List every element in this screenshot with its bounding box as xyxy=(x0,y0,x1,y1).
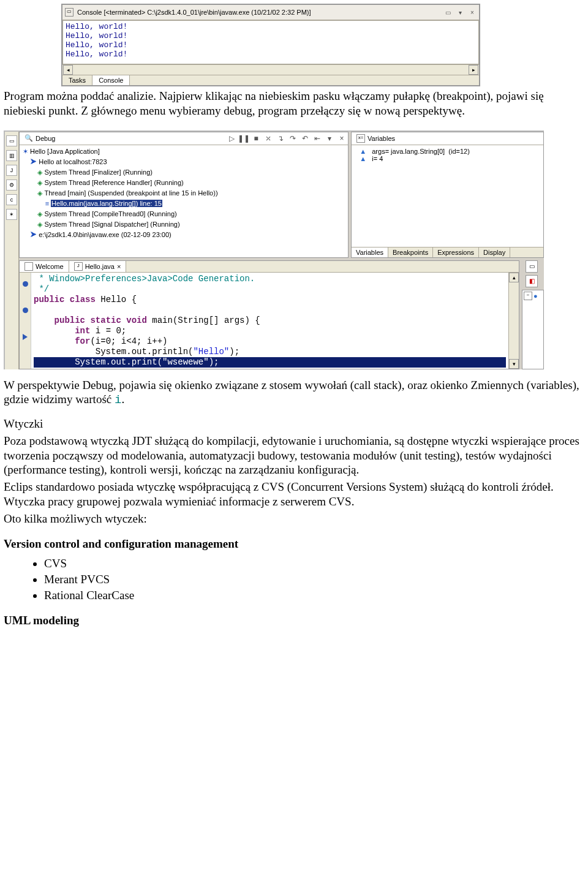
section-heading-vc: Version control and configuration manage… xyxy=(4,537,582,551)
outline-panel: ▭ ◧ −● xyxy=(522,260,544,369)
scroll-down-icon[interactable]: ▾ xyxy=(509,359,519,369)
code-area[interactable]: * Window>Preferences>Java>Code Generatio… xyxy=(31,273,508,369)
vertical-toolbar: ▭ ▥ J ⚙ c ✶ xyxy=(5,132,19,369)
editor-vscroll[interactable]: ▴ ▾ xyxy=(508,273,519,369)
tab-variables[interactable]: Variables xyxy=(352,247,388,257)
console-output: Hello, world! Hello, world! Hello, world… xyxy=(62,20,479,64)
variables-tabstrip: Variables Breakpoints Expressions Displa… xyxy=(352,247,543,257)
drop-frame-icon[interactable]: ⇤ xyxy=(312,134,322,143)
stack-node[interactable]: Thread [main] (Suspended (breakpoint at … xyxy=(21,188,347,198)
step-into-icon[interactable]: ↴ xyxy=(276,134,285,143)
tab-welcome[interactable]: Welcome xyxy=(20,261,69,272)
tab-tasks[interactable]: Tasks xyxy=(62,75,92,85)
variables-header: x=Variables xyxy=(352,132,543,145)
editor-tabstrip: Welcome JHello.java × xyxy=(20,261,519,273)
console-title: Console [<terminated> C:\j2sdk1.4.0_01\j… xyxy=(77,9,440,16)
debug-perspective: ▭ ▥ J ⚙ c ✶ Debug ▷ ❚❚ ■ ⤫ ↴ ↷ ↶ ⇤ ▾ xyxy=(4,130,544,369)
vars-icon: x= xyxy=(356,134,365,143)
cvs-icon[interactable]: c xyxy=(6,194,17,205)
paragraph: Eclips standardowo posiada wtyczkę współ… xyxy=(4,480,582,509)
java-icon[interactable]: J xyxy=(6,165,17,176)
stack-node[interactable]: System Thread [CompileThread0] (Running) xyxy=(21,209,347,219)
java-file-icon: J xyxy=(74,262,83,271)
variables-title: Variables xyxy=(368,135,395,142)
stack-node[interactable]: e:\j2sdk1.4.0\bin\javaw.exe (02-12-09 23… xyxy=(21,230,347,240)
step-return-icon[interactable]: ↶ xyxy=(300,134,310,143)
tab-console[interactable]: Console xyxy=(92,75,130,85)
scroll-up-icon[interactable]: ▴ xyxy=(509,273,519,282)
editor-gutter[interactable] xyxy=(20,273,31,369)
debug-icon[interactable]: ⚙ xyxy=(6,179,17,191)
console-titlebar: ▭ Console [<terminated> C:\j2sdk1.4.0_01… xyxy=(62,5,479,20)
variables-body[interactable]: ▲ args= java.lang.String[0] (id=12) ▲ i=… xyxy=(352,145,543,247)
stack-node[interactable]: System Thread [Reference Handler] (Runni… xyxy=(21,178,347,188)
stack-node[interactable]: Hello.main(java.lang.String[]) line: 15 xyxy=(21,198,347,209)
variable-row[interactable]: ▲ i= 4 xyxy=(354,155,541,162)
star-icon[interactable]: ✶ xyxy=(6,209,17,220)
debug-view: Debug ▷ ❚❚ ■ ⤫ ↴ ↷ ↶ ⇤ ▾ × Hello [Java A… xyxy=(19,132,349,258)
view-close-icon[interactable]: × xyxy=(337,134,347,143)
stack-node[interactable]: System Thread [Finalizer] (Running) xyxy=(21,167,347,178)
maximize-icon[interactable]: ▭ xyxy=(443,8,452,17)
resume-icon[interactable]: ▷ xyxy=(227,134,236,143)
variables-view: x=Variables ▲ args= java.lang.String[0] … xyxy=(351,132,544,258)
file-icon xyxy=(24,262,33,271)
tab-expressions[interactable]: Expressions xyxy=(433,247,479,257)
outline-icon[interactable]: ◧ xyxy=(526,275,538,287)
tab-hello-java[interactable]: JHello.java × xyxy=(69,261,127,272)
debug-call-stack[interactable]: Hello [Java Application] Hello at localh… xyxy=(20,145,348,257)
list-item: Rational ClearCase xyxy=(44,588,582,603)
pause-icon[interactable]: ❚❚ xyxy=(239,134,249,143)
console-line: Hello, world! xyxy=(66,40,476,50)
variable-row[interactable]: ▲ args= java.lang.String[0] (id=12) xyxy=(354,148,541,155)
breakpoint-marker[interactable] xyxy=(23,281,28,287)
code-var-i: i xyxy=(115,393,121,407)
stack-node[interactable]: System Thread [Signal Dispatcher] (Runni… xyxy=(21,219,347,230)
console-line: Hello, world! xyxy=(66,50,476,59)
perspective-icon[interactable]: ▭ xyxy=(6,135,17,146)
paragraph: Program można poddać analizie. Najpierw … xyxy=(4,89,582,118)
list-item: Merant PVCS xyxy=(44,572,582,587)
tab-breakpoints[interactable]: Breakpoints xyxy=(388,247,433,257)
tab-close-icon[interactable]: × xyxy=(117,263,121,270)
stack-node[interactable]: Hello [Java Application] xyxy=(21,146,347,157)
stack-node[interactable]: Hello at localhost:7823 xyxy=(21,157,347,167)
paragraph: W perspektywie Debug, pojawia się okienk… xyxy=(4,378,582,409)
paragraph: Poza podstawową wtyczką JDT służącą do k… xyxy=(4,434,582,477)
paragraph: Oto kilka możliwych wtyczek: xyxy=(4,512,582,526)
debug-view-title: Debug xyxy=(36,135,55,142)
tab-display[interactable]: Display xyxy=(479,247,510,257)
console-icon: ▭ xyxy=(65,8,74,17)
scroll-left-icon[interactable]: ◂ xyxy=(63,65,73,75)
view-menu-icon[interactable]: ▾ xyxy=(325,134,334,143)
console-line: Hello, world! xyxy=(66,22,476,31)
console-tabstrip: Tasks Console xyxy=(62,75,479,85)
outline-tree[interactable]: −● xyxy=(522,290,544,369)
package-icon[interactable]: ▥ xyxy=(6,150,17,161)
debug-pointer-icon xyxy=(23,334,28,340)
section-heading-uml: UML modeling xyxy=(4,613,582,628)
close-icon[interactable]: × xyxy=(468,8,477,17)
menu-icon[interactable]: ▾ xyxy=(456,8,464,17)
console-panel: ▭ Console [<terminated> C:\j2sdk1.4.0_01… xyxy=(61,4,480,86)
scroll-right-icon[interactable]: ▸ xyxy=(469,65,478,75)
console-hscroll[interactable]: ◂ ▸ xyxy=(62,64,479,75)
step-over-icon[interactable]: ↷ xyxy=(288,134,298,143)
bug-icon xyxy=(24,134,33,142)
breakpoint-marker[interactable] xyxy=(23,308,28,313)
stop-icon[interactable]: ■ xyxy=(251,134,261,143)
outline-icon[interactable]: ▭ xyxy=(526,260,538,273)
debug-view-header: Debug ▷ ❚❚ ■ ⤫ ↴ ↷ ↶ ⇤ ▾ × xyxy=(20,132,348,145)
minus-icon[interactable]: − xyxy=(524,292,532,300)
console-line: Hello, world! xyxy=(66,31,476,40)
vc-list: CVS Merant PVCS Rational ClearCase xyxy=(20,556,582,602)
editor-view: Welcome JHello.java × * Window>Preferenc… xyxy=(19,260,519,369)
plugins-heading: Wtyczki xyxy=(4,417,582,431)
disconnect-icon[interactable]: ⤫ xyxy=(263,134,273,143)
list-item: CVS xyxy=(44,556,582,571)
